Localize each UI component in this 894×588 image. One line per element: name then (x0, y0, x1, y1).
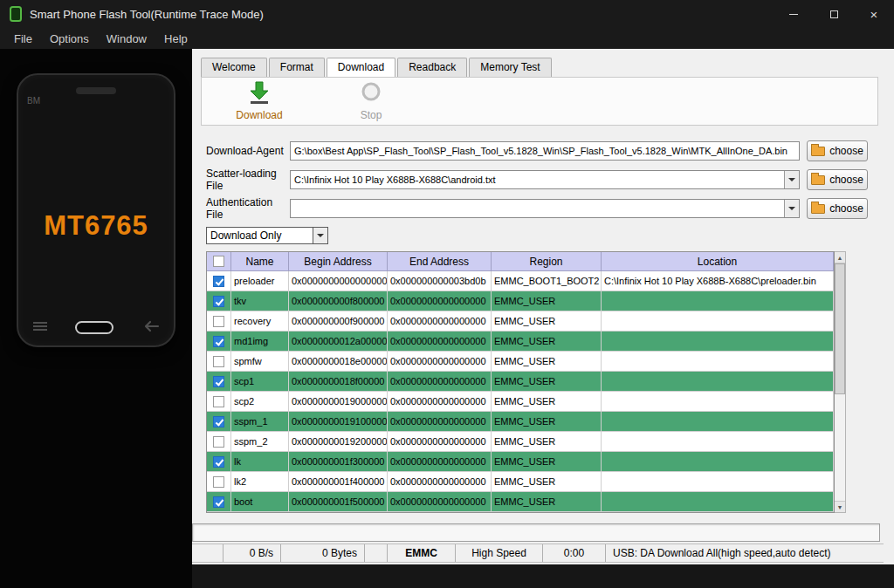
scroll-up-button[interactable]: ▲ (835, 252, 845, 263)
stop-button[interactable]: Stop (340, 81, 402, 121)
row-checkbox-cell (207, 271, 231, 291)
cell-begin-address: 0x0000000018f00000 (289, 372, 388, 392)
download-button[interactable]: Download (228, 81, 291, 121)
chipset-label: MT6765 (18, 210, 174, 242)
row-checkbox[interactable] (213, 476, 224, 488)
maximize-button[interactable] (814, 0, 854, 28)
cell-end-address: 0x0000000000000000 (388, 452, 492, 472)
file-selection-form: Download-Agent choose Scatter-loading Fi… (192, 140, 894, 219)
download-agent-input[interactable] (291, 142, 799, 160)
cell-name: recovery (231, 311, 289, 332)
scatter-file-choose-button[interactable]: choose (807, 169, 868, 190)
auth-file-field-wrap (290, 199, 800, 218)
col-header-end-address[interactable]: End Address (388, 252, 492, 271)
status-speed-mode: High Speed (456, 544, 543, 562)
scatter-file-input[interactable] (291, 171, 784, 188)
table-row[interactable]: sspm_1 0x0000000019100000 0x000000000000… (207, 412, 834, 432)
menu-help[interactable]: Help (155, 32, 196, 45)
cell-location (602, 492, 834, 512)
scrollbar-track[interactable] (835, 263, 845, 501)
col-header-location[interactable]: Location (602, 252, 834, 271)
row-checkbox-cell (207, 291, 231, 311)
cell-region: EMMC_USER (492, 472, 602, 492)
table-row[interactable]: tkv 0x000000000f800000 0x000000000000000… (207, 291, 834, 311)
download-agent-field-wrap (290, 141, 800, 161)
tab-readback[interactable]: Readback (397, 58, 467, 77)
table-row[interactable]: spmfw 0x0000000018e00000 0x0000000000000… (207, 352, 834, 372)
row-checkbox[interactable] (213, 456, 224, 468)
select-all-checkbox[interactable] (213, 256, 224, 267)
row-checkbox-cell (207, 412, 231, 432)
menu-file[interactable]: File (5, 32, 41, 45)
phone-graphic: BM MT6765 (17, 73, 175, 347)
cell-end-address: 0x0000000000000000 (388, 492, 492, 512)
scrollbar-thumb[interactable] (835, 263, 845, 394)
col-header-region[interactable]: Region (492, 252, 602, 271)
auth-dropdown-arrow-icon[interactable] (784, 200, 799, 217)
partition-table-grid: Name Begin Address End Address Region Lo… (206, 251, 835, 513)
table-scrollbar[interactable]: ▲ ▼ (835, 251, 846, 513)
menu-options[interactable]: Options (41, 32, 98, 45)
row-checkbox-cell (207, 492, 231, 512)
menu-window[interactable]: Window (98, 32, 155, 45)
window-controls: × (774, 0, 894, 28)
cell-begin-address: 0x000000001f500000 (289, 492, 388, 512)
cell-begin-address: 0x000000000f800000 (289, 291, 388, 311)
table-row[interactable]: preloader 0x0000000000000000 0x000000000… (207, 271, 834, 291)
device-panel: BM MT6765 (0, 49, 192, 588)
table-row[interactable]: lk 0x000000001f300000 0x0000000000000000… (207, 452, 834, 472)
table-row[interactable]: recovery 0x000000000f900000 0x0000000000… (207, 311, 834, 332)
minimize-button[interactable] (774, 0, 814, 28)
mode-select-dropdown[interactable]: Download Only (206, 227, 328, 244)
cell-region: EMMC_BOOT1_BOOT2 (492, 271, 602, 291)
status-speed: 0 B/s (224, 544, 281, 562)
table-row[interactable]: lk2 0x000000001f400000 0x000000000000000… (207, 472, 834, 492)
auth-file-label: Authentication File (206, 196, 290, 221)
tab-format[interactable]: Format (269, 58, 325, 77)
row-checkbox[interactable] (213, 276, 224, 287)
col-header-name[interactable]: Name (231, 252, 289, 271)
cell-name: tkv (231, 291, 289, 311)
status-bytes: 0 Bytes (281, 544, 365, 562)
row-checkbox[interactable] (213, 336, 224, 347)
row-checkbox[interactable] (213, 316, 224, 327)
table-row[interactable]: boot 0x000000001f500000 0x00000000000000… (207, 492, 834, 512)
row-checkbox[interactable] (213, 436, 224, 448)
scatter-file-row: Scatter-loading File choose (206, 169, 868, 190)
close-button[interactable]: × (854, 0, 894, 28)
cell-location (602, 392, 834, 412)
row-checkbox[interactable] (213, 376, 224, 387)
cell-region: EMMC_USER (492, 372, 602, 392)
table-row[interactable]: sspm_2 0x0000000019200000 0x000000000000… (207, 432, 834, 452)
row-checkbox[interactable] (213, 396, 224, 407)
tab-memory-test[interactable]: Memory Test (469, 58, 551, 77)
table-row[interactable]: scp2 0x0000000019000000 0x00000000000000… (207, 392, 834, 412)
scatter-dropdown-arrow-icon[interactable] (784, 171, 799, 188)
tab-bar: Welcome Format Download Readback Memory … (201, 58, 894, 77)
table-row[interactable]: scp1 0x0000000018f00000 0x00000000000000… (207, 372, 834, 392)
auth-file-choose-button[interactable]: choose (807, 198, 868, 219)
col-header-begin-address[interactable]: Begin Address (289, 252, 388, 271)
tab-welcome[interactable]: Welcome (201, 58, 267, 77)
cell-name: preloader (231, 271, 289, 291)
cell-location (602, 452, 834, 472)
table-row[interactable]: md1img 0x0000000012a00000 0x000000000000… (207, 332, 834, 352)
status-spacer (365, 544, 388, 562)
choose-button-label: choose (829, 145, 863, 157)
tab-download[interactable]: Download (327, 58, 395, 77)
download-agent-choose-button[interactable]: choose (807, 140, 868, 161)
cell-location (602, 372, 834, 392)
auth-file-input[interactable] (291, 200, 784, 217)
row-checkbox[interactable] (213, 496, 224, 508)
cell-name: spmfw (231, 352, 289, 372)
row-checkbox-cell (207, 452, 231, 472)
row-checkbox[interactable] (213, 296, 224, 307)
status-spacer (192, 544, 224, 562)
cell-begin-address: 0x000000001f400000 (289, 472, 388, 492)
status-elapsed-time: 0:00 (543, 544, 606, 562)
row-checkbox[interactable] (213, 356, 224, 367)
cell-region: EMMC_USER (492, 291, 602, 311)
row-checkbox[interactable] (213, 416, 224, 427)
scroll-down-button[interactable]: ▼ (835, 501, 845, 512)
row-checkbox-cell (207, 372, 231, 392)
